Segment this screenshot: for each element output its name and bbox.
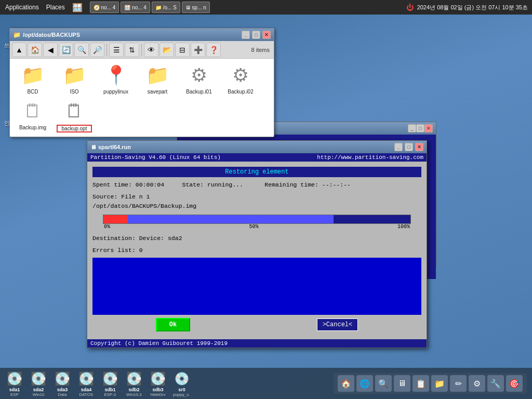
tb-zoom-in[interactable]: 🔍: [74, 43, 89, 57]
drive-sdb1[interactable]: 💽 sdb1 ESP-2: [101, 370, 119, 397]
psav-bg-maximize[interactable]: □: [416, 124, 424, 132]
gear-icon-backup-i02: ⚙: [228, 63, 253, 88]
taskbar-left: Applications Places 🪟: [0, 2, 88, 14]
power-icon[interactable]: ⏻: [405, 2, 415, 12]
tb-list[interactable]: ☰: [109, 43, 124, 57]
tb-refresh[interactable]: 🔄: [59, 43, 73, 57]
tb-help[interactable]: ❓: [206, 43, 221, 57]
file-name-bcd: BCD: [27, 89, 38, 95]
file-manager-window: 📁 /opt/datos/BACKUPS _ □ ✕ ▲ 🏠 ◀ 🔄 🔍 🔎 ☰…: [9, 28, 274, 137]
file-name-backup-i01: Backup.i01: [186, 89, 211, 95]
file-name-puppylinux: puppylinux: [103, 89, 128, 95]
task-button-3[interactable]: 📁 /o... S: [152, 2, 180, 13]
drive-name-sda1: sda1: [9, 387, 20, 392]
file-item-savepart[interactable]: 📁 savepart: [137, 61, 178, 97]
progress-label-50: 50%: [249, 224, 258, 230]
file-window-close[interactable]: ✕: [262, 31, 271, 39]
task-button-1[interactable]: 🧭 no... 4: [90, 2, 119, 13]
drive-icon-sdb3: 💽: [149, 370, 167, 387]
drive-sda1[interactable]: 💽 sda1 ESP: [5, 370, 24, 397]
term-buttons: Ok >Cancel<: [92, 318, 421, 331]
file-name-editing-backup-opt[interactable]: [57, 125, 92, 132]
dock-target[interactable]: 🎯: [506, 375, 523, 392]
drive-sdb2[interactable]: 💽 sdb2 Win10-2: [125, 370, 143, 397]
toolbar-sep2: [141, 44, 142, 56]
terminal-body: Partition-Saving V4.60 (Linux 64 bits) h…: [87, 153, 427, 348]
tb-copy[interactable]: ⊟: [175, 43, 190, 57]
file-item-bcd[interactable]: 📁 BCD: [12, 61, 54, 97]
drive-label-sda4: DATOS: [79, 392, 94, 397]
file-window-icon: 📁: [13, 31, 21, 38]
clock: 2024년 08월 02일 (금) 오전 07시 10분 35초: [417, 4, 528, 11]
drive-sda2[interactable]: 💽 sda2 Win10: [29, 370, 48, 397]
drive-label-sdb3: HideDrv: [151, 392, 166, 397]
term-blue-area: [92, 258, 421, 315]
gear-icon-backup-i01: ⚙: [187, 63, 211, 88]
tb-zoom-out[interactable]: 🔎: [90, 43, 104, 57]
drive-name-sr0: sr0: [178, 387, 185, 392]
tb-folder[interactable]: 📂: [159, 43, 174, 57]
task-button-2[interactable]: 🪟 no... 4: [121, 2, 150, 13]
file-window-minimize[interactable]: _: [242, 31, 250, 39]
tb-back[interactable]: ◀: [43, 43, 58, 57]
desktop: Applications Places 🪟 🧭 no... 4 🪟 no... …: [0, 0, 532, 399]
file-item-backup-img[interactable]: 🗒 Backup.img: [12, 97, 54, 135]
file-window-maximize[interactable]: □: [252, 31, 260, 39]
dock-tools[interactable]: 🔧: [487, 375, 504, 392]
term-line-errors: Errors list: 0: [92, 246, 421, 255]
dock-settings[interactable]: ⚙: [469, 375, 485, 392]
spartl-maximize[interactable]: □: [405, 143, 413, 151]
drive-sda3[interactable]: 💽 sda3 Data: [53, 370, 72, 397]
psav-bg-minimize[interactable]: _: [408, 124, 416, 132]
term-app-header: Partition-Saving V4.60 (Linux 64 bits) h…: [87, 153, 427, 162]
spartl-titlebar: 🖥 spartl64.run _ □ ✕: [87, 141, 427, 153]
drive-items: 💽 sda1 ESP 💽 sda2 Win10 💽 sda3 Data 💽 sd…: [5, 370, 191, 397]
file-icon-backup-opt: 🗒: [62, 99, 87, 124]
dock-files[interactable]: 📋: [413, 375, 429, 392]
drive-label-sdb1: ESP-2: [104, 392, 116, 397]
taskbar-icon1[interactable]: 🪟: [69, 2, 86, 14]
tb-up[interactable]: ▲: [12, 43, 26, 57]
tb-add[interactable]: ➕: [191, 43, 205, 57]
places-menu[interactable]: Places: [43, 3, 68, 12]
cancel-button[interactable]: >Cancel<: [317, 318, 358, 331]
file-name-savepart: savepart: [148, 89, 167, 95]
dock-search[interactable]: 🔍: [375, 375, 392, 392]
ok-button[interactable]: Ok: [156, 318, 190, 331]
file-name-backup-img: Backup.img: [19, 125, 46, 130]
spartl-minimize[interactable]: _: [394, 143, 403, 151]
progress-label-100: 100%: [397, 224, 410, 230]
applications-menu[interactable]: Applications: [2, 3, 42, 12]
tb-preview[interactable]: 👁: [144, 43, 158, 57]
term-state-value: running...: [207, 181, 243, 188]
dock-home[interactable]: 🏠: [338, 375, 354, 392]
task-button-4[interactable]: 🖥 sp... n: [182, 2, 210, 13]
drive-icon-sdb1: 💽: [101, 370, 119, 387]
file-icon-backup-img: 🗒: [20, 99, 45, 124]
file-item-puppylinux[interactable]: 📍 puppylinux: [95, 61, 137, 97]
file-area: 📁 BCD 📁 ISO 📍 puppylinux 📁 savepart ⚙ Ba…: [10, 59, 274, 137]
taskbar-middle: 🧭 no... 4 🪟 no... 4 📁 /o... S 🖥 sp... n: [88, 2, 401, 13]
items-count: 8 items: [251, 47, 272, 53]
dock-browser[interactable]: 🌐: [356, 375, 373, 392]
tb-sort[interactable]: ⇅: [125, 43, 139, 57]
file-item-iso[interactable]: 📁 ISO: [54, 61, 95, 97]
drive-name-sdb2: sdb2: [128, 387, 139, 392]
spartl-window: 🖥 spartl64.run _ □ ✕ Partition-Saving V4…: [87, 140, 427, 348]
file-item-backup-i01[interactable]: ⚙ Backup.i01: [178, 61, 220, 97]
drive-sdb3[interactable]: 💽 sdb3 HideDrv: [149, 370, 167, 397]
file-item-backup-opt[interactable]: 🗒: [54, 97, 95, 135]
dock-folder[interactable]: 📁: [431, 375, 448, 392]
tb-home[interactable]: 🏠: [28, 43, 42, 57]
dock-terminal[interactable]: 🖥: [394, 375, 410, 392]
progress-container: 0% 50% 100%: [92, 212, 421, 232]
term-line-source-path: /opt/datos/BACKUPS/Backup.img: [92, 202, 421, 210]
drive-sda4[interactable]: 💽 sda4 DATOS: [77, 370, 96, 397]
drive-sr0[interactable]: 💿 sr0 puppy_v..: [172, 370, 191, 397]
file-item-backup-i02[interactable]: ⚙ Backup.i02: [220, 61, 261, 97]
progress-bar-bg: [103, 215, 411, 224]
spartl-close[interactable]: ✕: [415, 143, 423, 151]
spartl-icon: 🖥: [90, 144, 96, 150]
dock-edit[interactable]: ✏: [450, 375, 467, 392]
psav-bg-close[interactable]: ✕: [424, 124, 433, 132]
